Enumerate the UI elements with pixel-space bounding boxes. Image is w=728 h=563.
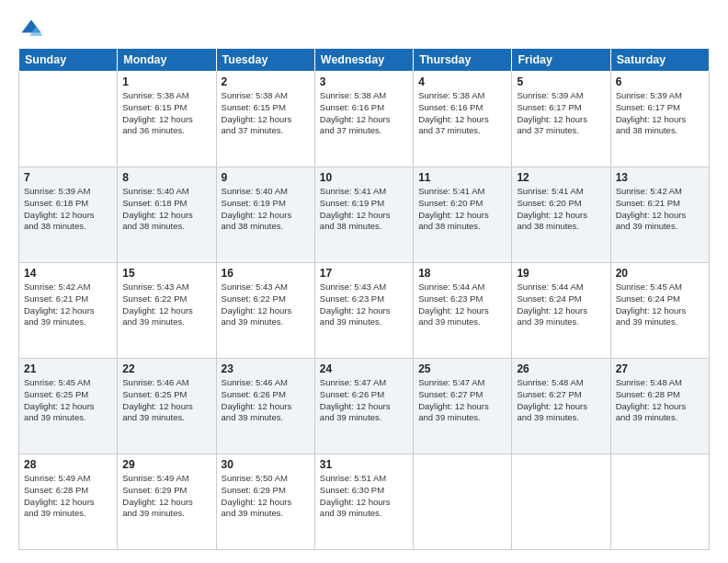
day-number: 22 xyxy=(122,362,210,375)
calendar-week-2: 7Sunrise: 5:39 AM Sunset: 6:18 PM Daylig… xyxy=(19,167,710,263)
day-info: Sunrise: 5:40 AM Sunset: 6:19 PM Dayligh… xyxy=(222,186,310,233)
calendar-cell: 22Sunrise: 5:46 AM Sunset: 6:25 PM Dayli… xyxy=(118,359,216,454)
day-number: 6 xyxy=(616,75,704,88)
day-number: 1 xyxy=(122,75,210,88)
day-info: Sunrise: 5:38 AM Sunset: 6:16 PM Dayligh… xyxy=(320,90,408,137)
day-info: Sunrise: 5:48 AM Sunset: 6:27 PM Dayligh… xyxy=(517,377,605,424)
calendar-cell: 12Sunrise: 5:41 AM Sunset: 6:20 PM Dayli… xyxy=(512,167,610,263)
calendar-cell xyxy=(414,454,512,550)
calendar-cell: 2Sunrise: 5:38 AM Sunset: 6:15 PM Daylig… xyxy=(216,72,314,167)
day-info: Sunrise: 5:43 AM Sunset: 6:23 PM Dayligh… xyxy=(320,282,408,328)
day-number: 23 xyxy=(222,362,310,375)
calendar-body: 1Sunrise: 5:38 AM Sunset: 6:15 PM Daylig… xyxy=(19,72,710,550)
calendar-cell: 5Sunrise: 5:39 AM Sunset: 6:17 PM Daylig… xyxy=(512,72,610,167)
calendar-cell: 3Sunrise: 5:38 AM Sunset: 6:16 PM Daylig… xyxy=(314,72,413,167)
day-number: 31 xyxy=(320,458,408,471)
weekday-header-monday: Monday xyxy=(118,49,216,72)
calendar-cell: 11Sunrise: 5:41 AM Sunset: 6:20 PM Dayli… xyxy=(414,167,512,263)
day-info: Sunrise: 5:43 AM Sunset: 6:22 PM Dayligh… xyxy=(222,282,310,328)
weekday-header-saturday: Saturday xyxy=(610,49,709,72)
calendar-cell: 31Sunrise: 5:51 AM Sunset: 6:30 PM Dayli… xyxy=(314,454,413,550)
header xyxy=(18,17,710,42)
day-number: 16 xyxy=(222,267,310,280)
day-info: Sunrise: 5:44 AM Sunset: 6:24 PM Dayligh… xyxy=(517,282,605,328)
day-info: Sunrise: 5:44 AM Sunset: 6:23 PM Dayligh… xyxy=(418,282,506,328)
day-info: Sunrise: 5:45 AM Sunset: 6:25 PM Dayligh… xyxy=(24,377,112,424)
calendar-cell: 4Sunrise: 5:38 AM Sunset: 6:16 PM Daylig… xyxy=(414,72,512,167)
day-info: Sunrise: 5:39 AM Sunset: 6:18 PM Dayligh… xyxy=(24,186,112,233)
day-info: Sunrise: 5:43 AM Sunset: 6:22 PM Dayligh… xyxy=(122,282,210,328)
day-info: Sunrise: 5:38 AM Sunset: 6:15 PM Dayligh… xyxy=(122,90,210,137)
day-info: Sunrise: 5:42 AM Sunset: 6:21 PM Dayligh… xyxy=(24,282,112,328)
day-number: 14 xyxy=(24,267,112,280)
calendar-table: SundayMondayTuesdayWednesdayThursdayFrid… xyxy=(18,48,710,550)
calendar-cell: 28Sunrise: 5:49 AM Sunset: 6:28 PM Dayli… xyxy=(19,454,118,550)
day-number: 27 xyxy=(616,362,704,375)
day-info: Sunrise: 5:46 AM Sunset: 6:26 PM Dayligh… xyxy=(222,377,310,424)
logo-icon xyxy=(18,17,44,42)
day-info: Sunrise: 5:41 AM Sunset: 6:20 PM Dayligh… xyxy=(517,186,605,233)
day-number: 3 xyxy=(320,75,408,88)
logo xyxy=(18,17,48,42)
day-number: 18 xyxy=(418,267,506,280)
calendar-header: SundayMondayTuesdayWednesdayThursdayFrid… xyxy=(19,49,710,72)
calendar-cell: 19Sunrise: 5:44 AM Sunset: 6:24 PM Dayli… xyxy=(512,263,610,359)
calendar-cell: 8Sunrise: 5:40 AM Sunset: 6:18 PM Daylig… xyxy=(118,167,216,263)
day-number: 19 xyxy=(517,267,605,280)
calendar-cell xyxy=(512,454,610,550)
page: SundayMondayTuesdayWednesdayThursdayFrid… xyxy=(0,0,728,563)
calendar-cell xyxy=(610,454,709,550)
calendar-cell: 20Sunrise: 5:45 AM Sunset: 6:24 PM Dayli… xyxy=(610,263,709,359)
day-info: Sunrise: 5:49 AM Sunset: 6:29 PM Dayligh… xyxy=(122,473,210,520)
day-number: 7 xyxy=(24,171,112,184)
day-number: 20 xyxy=(616,267,704,280)
day-number: 10 xyxy=(320,171,408,184)
day-number: 13 xyxy=(616,171,704,184)
calendar-week-5: 28Sunrise: 5:49 AM Sunset: 6:28 PM Dayli… xyxy=(19,454,710,550)
calendar-cell: 23Sunrise: 5:46 AM Sunset: 6:26 PM Dayli… xyxy=(216,359,314,454)
weekday-row: SundayMondayTuesdayWednesdayThursdayFrid… xyxy=(19,49,710,72)
calendar-week-4: 21Sunrise: 5:45 AM Sunset: 6:25 PM Dayli… xyxy=(19,359,710,454)
calendar-week-3: 14Sunrise: 5:42 AM Sunset: 6:21 PM Dayli… xyxy=(19,263,710,359)
day-number: 2 xyxy=(222,75,310,88)
calendar-cell: 21Sunrise: 5:45 AM Sunset: 6:25 PM Dayli… xyxy=(19,359,118,454)
weekday-header-thursday: Thursday xyxy=(414,49,512,72)
day-info: Sunrise: 5:49 AM Sunset: 6:28 PM Dayligh… xyxy=(24,473,112,520)
calendar-week-1: 1Sunrise: 5:38 AM Sunset: 6:15 PM Daylig… xyxy=(19,72,710,167)
day-info: Sunrise: 5:38 AM Sunset: 6:16 PM Dayligh… xyxy=(418,90,506,137)
calendar-cell xyxy=(19,72,118,167)
day-number: 12 xyxy=(517,171,605,184)
day-info: Sunrise: 5:48 AM Sunset: 6:28 PM Dayligh… xyxy=(616,377,704,424)
weekday-header-tuesday: Tuesday xyxy=(216,49,314,72)
day-info: Sunrise: 5:47 AM Sunset: 6:27 PM Dayligh… xyxy=(418,377,506,424)
day-info: Sunrise: 5:38 AM Sunset: 6:15 PM Dayligh… xyxy=(222,90,310,137)
calendar-cell: 24Sunrise: 5:47 AM Sunset: 6:26 PM Dayli… xyxy=(314,359,413,454)
calendar-cell: 29Sunrise: 5:49 AM Sunset: 6:29 PM Dayli… xyxy=(118,454,216,550)
calendar-cell: 18Sunrise: 5:44 AM Sunset: 6:23 PM Dayli… xyxy=(414,263,512,359)
day-number: 15 xyxy=(122,267,210,280)
day-number: 17 xyxy=(320,267,408,280)
day-info: Sunrise: 5:47 AM Sunset: 6:26 PM Dayligh… xyxy=(320,377,408,424)
calendar-cell: 14Sunrise: 5:42 AM Sunset: 6:21 PM Dayli… xyxy=(19,263,118,359)
day-info: Sunrise: 5:39 AM Sunset: 6:17 PM Dayligh… xyxy=(616,90,704,137)
day-info: Sunrise: 5:40 AM Sunset: 6:18 PM Dayligh… xyxy=(122,186,210,233)
weekday-header-sunday: Sunday xyxy=(19,49,118,72)
calendar-cell: 1Sunrise: 5:38 AM Sunset: 6:15 PM Daylig… xyxy=(118,72,216,167)
day-info: Sunrise: 5:46 AM Sunset: 6:25 PM Dayligh… xyxy=(122,377,210,424)
day-info: Sunrise: 5:42 AM Sunset: 6:21 PM Dayligh… xyxy=(616,186,704,233)
day-number: 4 xyxy=(418,75,506,88)
day-info: Sunrise: 5:39 AM Sunset: 6:17 PM Dayligh… xyxy=(517,90,605,137)
weekday-header-friday: Friday xyxy=(512,49,610,72)
calendar-cell: 7Sunrise: 5:39 AM Sunset: 6:18 PM Daylig… xyxy=(19,167,118,263)
weekday-header-wednesday: Wednesday xyxy=(314,49,413,72)
day-number: 9 xyxy=(222,171,310,184)
day-info: Sunrise: 5:50 AM Sunset: 6:29 PM Dayligh… xyxy=(222,473,310,520)
day-number: 26 xyxy=(517,362,605,375)
calendar-cell: 26Sunrise: 5:48 AM Sunset: 6:27 PM Dayli… xyxy=(512,359,610,454)
day-number: 30 xyxy=(222,458,310,471)
day-number: 24 xyxy=(320,362,408,375)
day-number: 11 xyxy=(418,171,506,184)
calendar-cell: 30Sunrise: 5:50 AM Sunset: 6:29 PM Dayli… xyxy=(216,454,314,550)
calendar-cell: 9Sunrise: 5:40 AM Sunset: 6:19 PM Daylig… xyxy=(216,167,314,263)
calendar-cell: 15Sunrise: 5:43 AM Sunset: 6:22 PM Dayli… xyxy=(118,263,216,359)
